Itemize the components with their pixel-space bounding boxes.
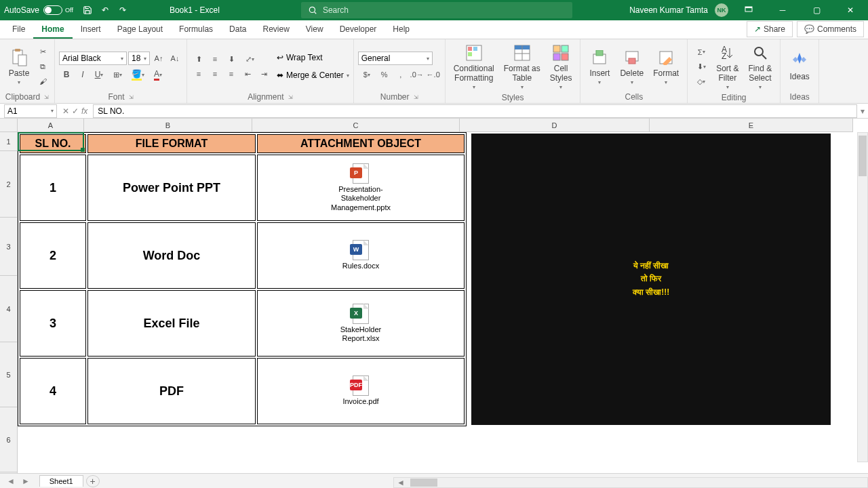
align-middle-icon[interactable]: ≡ [208, 52, 222, 66]
increase-font-icon[interactable]: A↑ [151, 52, 166, 65]
tab-formulas[interactable]: Formulas [171, 21, 221, 39]
vertical-scrollbar[interactable] [857, 132, 868, 462]
indent-increase-icon[interactable]: ⇥ [256, 67, 271, 81]
align-right-icon[interactable]: ≡ [224, 67, 239, 81]
tab-data[interactable]: Data [221, 21, 254, 39]
user-name[interactable]: Naveen Kumar Tamta [629, 5, 708, 15]
row-header-5[interactable]: 5 [0, 342, 17, 407]
clear-icon[interactable]: ◇▾ [692, 75, 711, 89]
table-header[interactable]: FILE FORMAT [87, 134, 256, 153]
col-header-B[interactable]: B [84, 119, 252, 131]
align-bottom-icon[interactable]: ⬇ [224, 52, 239, 66]
cut-icon[interactable]: ✂ [35, 45, 50, 58]
cell-attachment[interactable]: XStakeHolder Report.xlsx [257, 290, 465, 357]
row-header-3[interactable]: 3 [0, 218, 17, 276]
cell-format[interactable]: Excel File [87, 290, 256, 357]
col-header-C[interactable]: C [252, 119, 460, 131]
cell-format[interactable]: Power Point PPT [87, 155, 256, 221]
horizontal-scrollbar[interactable]: ◄ [393, 477, 868, 488]
maximize-button[interactable]: ▢ [803, 0, 830, 20]
decrease-decimal-icon[interactable]: ←.0 [426, 68, 441, 81]
tab-home[interactable]: Home [33, 21, 72, 39]
close-button[interactable]: ✕ [837, 0, 864, 20]
name-box[interactable]: A1▾ [4, 104, 57, 118]
sort-filter-button[interactable]: AZSort & Filter▾ [712, 42, 743, 92]
cell-slno[interactable]: 4 [20, 358, 86, 424]
add-sheet-button[interactable]: + [86, 475, 100, 487]
increase-decimal-icon[interactable]: .0→ [410, 68, 425, 81]
prev-sheet-icon[interactable]: ◄ [7, 476, 15, 486]
dialog-launcher-icon[interactable]: ⇲ [44, 94, 49, 100]
delete-cells-button[interactable]: Delete▾ [616, 42, 648, 91]
cell-slno[interactable]: 2 [20, 222, 86, 289]
font-name-select[interactable]: Arial Black▾ [59, 52, 127, 65]
expand-formula-icon[interactable]: ▾ [857, 106, 868, 116]
copy-icon[interactable]: ⧉ [35, 60, 50, 73]
redo-icon[interactable]: ↷ [117, 4, 129, 16]
format-painter-icon[interactable]: 🖌 [35, 75, 50, 88]
wrap-text-button[interactable]: ↩Wrap Text [277, 49, 349, 66]
grid[interactable]: SL NO.FILE FORMATATTACHMENT OBJECT1Power… [18, 132, 868, 473]
dialog-launcher-icon[interactable]: ⇲ [129, 94, 134, 100]
attachment-object[interactable]: PPresentation- Stakeholder Management.pp… [258, 163, 464, 212]
formula-input[interactable]: SL NO. [93, 104, 857, 118]
comments-button[interactable]: 💬Comments [797, 21, 864, 37]
font-color-button[interactable]: A▾ [149, 68, 167, 81]
font-size-select[interactable]: 18▾ [128, 52, 150, 65]
dialog-launcher-icon[interactable]: ⇲ [414, 94, 418, 100]
col-header-E[interactable]: E [650, 119, 853, 131]
cell-attachment[interactable]: PPresentation- Stakeholder Management.pp… [257, 155, 465, 221]
format-cells-button[interactable]: Format▾ [649, 42, 683, 91]
user-avatar[interactable]: NK [715, 3, 728, 17]
table-header[interactable]: SL NO. [20, 134, 86, 153]
find-select-button[interactable]: Find & Select▾ [745, 42, 776, 92]
tab-help[interactable]: Help [384, 21, 418, 39]
save-icon[interactable] [81, 4, 94, 16]
next-sheet-icon[interactable]: ► [22, 476, 30, 486]
attachment-object[interactable]: WRules.docx [258, 240, 464, 270]
paste-button[interactable]: Paste▾ [4, 42, 34, 91]
row-header-4[interactable]: 4 [0, 276, 17, 342]
decrease-font-icon[interactable]: A↓ [167, 52, 182, 65]
align-left-icon[interactable]: ≡ [191, 67, 206, 81]
percent-icon[interactable]: % [377, 68, 392, 81]
share-button[interactable]: ↗Share [747, 21, 793, 37]
cancel-formula-icon[interactable]: ✕ [62, 106, 69, 116]
cell-format[interactable]: Word Doc [87, 222, 256, 289]
insert-cells-button[interactable]: Insert▾ [585, 42, 614, 91]
autosum-icon[interactable]: Σ▾ [692, 45, 711, 59]
autosave-toggle[interactable]: AutoSave Off [4, 5, 73, 15]
ribbon-options-icon[interactable] [735, 0, 762, 20]
dialog-launcher-icon[interactable]: ⇲ [288, 94, 293, 100]
indent-decrease-icon[interactable]: ⇤ [240, 67, 255, 81]
col-header-D[interactable]: D [460, 119, 650, 131]
align-center-icon[interactable]: ≡ [208, 67, 222, 81]
italic-button[interactable]: I [75, 68, 90, 81]
cell-format[interactable]: PDF [87, 358, 256, 424]
row-header-2[interactable]: 2 [0, 151, 17, 218]
align-top-icon[interactable]: ⬆ [191, 52, 206, 66]
cell-attachment[interactable]: WRules.docx [257, 222, 465, 289]
sheet-tab-sheet1[interactable]: Sheet1 [39, 475, 83, 487]
cell-attachment[interactable]: PDFInvoice.pdf [257, 358, 465, 424]
comma-icon[interactable]: , [393, 68, 408, 81]
number-format-select[interactable]: General▾ [358, 52, 433, 65]
tab-page-layout[interactable]: Page Layout [109, 21, 171, 39]
row-header-6[interactable]: 6 [0, 407, 17, 472]
minimize-button[interactable]: ─ [769, 0, 796, 20]
fill-color-button[interactable]: 🪣▾ [128, 68, 147, 81]
attachment-object[interactable]: XStakeHolder Report.xlsx [258, 304, 464, 343]
bold-button[interactable]: B [59, 68, 74, 81]
ideas-button[interactable]: Ideas [785, 42, 814, 91]
cell-styles-button[interactable]: Cell Styles▾ [546, 42, 576, 92]
cell-slno[interactable]: 1 [20, 155, 86, 221]
tab-developer[interactable]: Developer [332, 21, 385, 39]
tab-review[interactable]: Review [254, 21, 297, 39]
conditional-formatting-button[interactable]: Conditional Formatting▾ [450, 42, 498, 92]
underline-button[interactable]: U▾ [92, 68, 106, 81]
currency-icon[interactable]: $▾ [358, 68, 376, 81]
tab-insert[interactable]: Insert [73, 21, 109, 39]
fill-icon[interactable]: ⬇▾ [692, 60, 711, 74]
orientation-icon[interactable]: ⤢▾ [240, 52, 259, 66]
undo-icon[interactable]: ↶ [99, 4, 111, 16]
